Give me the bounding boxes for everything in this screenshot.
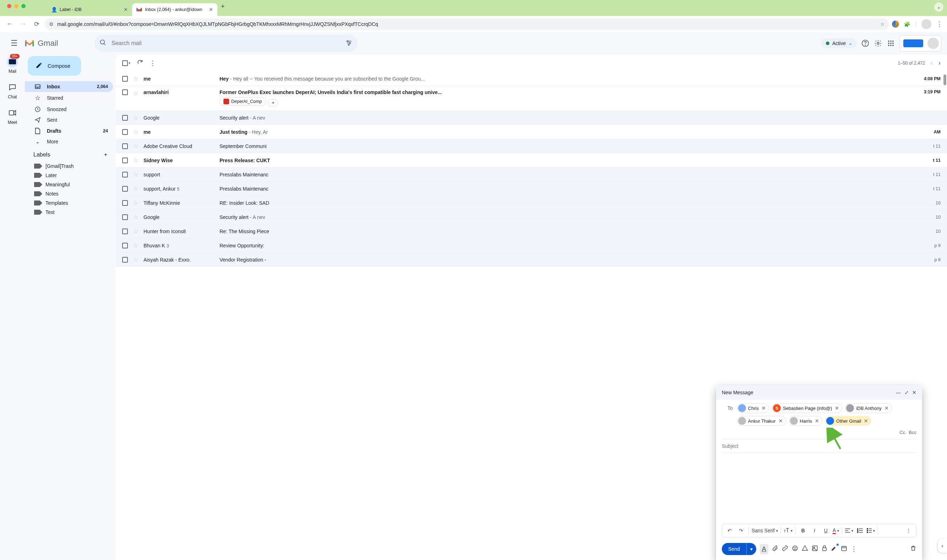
row-checkbox[interactable]	[122, 229, 128, 234]
tab-overflow-button[interactable]: ⌄	[934, 3, 944, 12]
label-item[interactable]: Meaningful	[25, 180, 113, 189]
star-icon[interactable]: ☆	[133, 128, 139, 136]
star-icon[interactable]: ☆	[133, 185, 139, 193]
bold-button[interactable]: B	[799, 526, 808, 535]
browser-tab-1[interactable]: Inbox (2,064) - ankur@idown ✕	[132, 3, 217, 16]
confidential-mode-button[interactable]	[822, 545, 827, 553]
recipient-chip[interactable]: Chris✕	[737, 403, 769, 413]
browser-menu-button[interactable]: ⋮	[936, 20, 943, 28]
window-controls[interactable]	[3, 4, 29, 12]
star-icon[interactable]: ☆	[133, 213, 139, 221]
label-item[interactable]: Test	[25, 208, 113, 217]
close-tab-icon[interactable]: ✕	[123, 7, 128, 12]
nav-item-snoozed[interactable]: Snoozed	[25, 104, 113, 115]
undo-button[interactable]: ↶	[725, 526, 734, 535]
text-color-button[interactable]: A ▾	[833, 527, 839, 534]
remove-recipient-icon[interactable]: ✕	[834, 405, 840, 411]
search-box[interactable]	[94, 35, 357, 52]
compose-header[interactable]: New Message — ⤢ ✕	[716, 385, 922, 400]
site-info-icon[interactable]: ⚙	[49, 21, 54, 27]
gmail-logo[interactable]: Gmail	[24, 39, 92, 48]
label-item[interactable]: Notes	[25, 189, 113, 198]
side-panel-toggle[interactable]: ‹	[938, 539, 947, 553]
account-switcher[interactable]	[899, 35, 941, 51]
font-size-select[interactable]: тT ▾	[784, 527, 793, 534]
insert-link-button[interactable]	[782, 545, 788, 553]
numbered-list-button[interactable]: 123	[855, 526, 865, 535]
row-checkbox[interactable]	[122, 115, 128, 121]
select-dropdown[interactable]: ▾	[129, 61, 130, 65]
row-checkbox[interactable]	[122, 214, 128, 220]
nav-item-sent[interactable]: Sent	[25, 115, 113, 125]
star-icon[interactable]: ☆	[133, 89, 139, 97]
search-options-icon[interactable]	[345, 39, 352, 48]
remove-recipient-icon[interactable]: ✕	[884, 405, 890, 411]
user-avatar[interactable]	[927, 38, 939, 49]
refresh-button[interactable]	[137, 59, 143, 67]
email-row[interactable]: ☆ Google Security alert - A nev	[116, 111, 947, 125]
reload-button[interactable]: ⟳	[31, 20, 42, 28]
recipient-chip[interactable]: iDB Anthony✕	[845, 403, 892, 413]
scrollbar-thumb[interactable]	[944, 74, 946, 85]
email-row[interactable]: ☆ Aisyah Razak - Exxo. Vendor Registrati…	[116, 253, 947, 267]
row-checkbox[interactable]	[122, 172, 128, 177]
select-all-checkbox[interactable]	[122, 60, 128, 66]
row-checkbox[interactable]	[122, 186, 128, 192]
label-item[interactable]: Templates	[25, 198, 113, 208]
add-label-button[interactable]: +	[104, 152, 107, 158]
emoji-button[interactable]	[792, 545, 798, 553]
redo-button[interactable]: ↷	[736, 526, 746, 535]
email-row[interactable]: ☆ Hunter from Icons8 Re: The Missing Pie…	[116, 224, 947, 238]
email-row[interactable]: ☆ arnavlahiri Former OnePlus Exec launch…	[116, 86, 947, 111]
subject-input[interactable]	[722, 443, 916, 449]
discard-draft-button[interactable]	[910, 545, 916, 553]
email-row[interactable]: ☆ Adobe Creative Cloud September Communi…	[116, 139, 947, 153]
prev-page-button[interactable]: ‹	[931, 59, 933, 67]
main-menu-button[interactable]: ☰	[7, 39, 21, 48]
drive-button[interactable]	[802, 545, 808, 553]
cc-link[interactable]: Cc	[899, 430, 905, 435]
email-row[interactable]: ☆ Sidney Wise Press Release: CUKT t 11	[116, 153, 947, 168]
fullscreen-icon[interactable]: ⤢	[904, 390, 908, 395]
italic-button[interactable]: I	[810, 526, 819, 535]
address-bar[interactable]: ⚙ mail.google.com/mail/u/0/#inbox?compos…	[45, 18, 889, 30]
rail-item-chat[interactable]: Chat	[7, 82, 18, 99]
star-icon[interactable]: ☆	[133, 256, 139, 264]
compose-body[interactable]	[716, 453, 922, 524]
star-icon[interactable]: ☆	[133, 75, 139, 83]
new-tab-button[interactable]: +	[217, 3, 228, 13]
nav-item-starred[interactable]: ☆ Starred	[25, 92, 113, 104]
email-row[interactable]: ☆ Bhuvan K3 Review Opportunity: p 9	[116, 238, 947, 253]
star-icon[interactable]: ☆	[133, 157, 139, 164]
star-icon[interactable]: ☆	[880, 21, 885, 27]
close-window-button[interactable]	[7, 4, 11, 8]
search-input[interactable]	[111, 40, 340, 46]
send-button[interactable]: Send ▾	[722, 543, 756, 555]
star-icon[interactable]: ☆	[133, 142, 139, 150]
status-chip[interactable]: Active ⌄	[821, 38, 857, 48]
support-button[interactable]	[861, 39, 870, 48]
fullscreen-window-button[interactable]	[21, 4, 26, 8]
nav-item-more[interactable]: ⌄ More	[25, 137, 113, 146]
rail-item-meet[interactable]: Meet	[7, 107, 18, 125]
schedule-button[interactable]	[841, 545, 847, 553]
attachment-chip[interactable]: DeperAI_Comp	[219, 97, 266, 106]
email-row[interactable]: ☆ support Presslabs Maintenanc t 11	[116, 168, 947, 182]
text-formatting-toggle[interactable]: A	[760, 544, 768, 554]
remove-recipient-icon[interactable]: ✕	[863, 418, 869, 424]
recipient-chip[interactable]: Harris✕	[789, 416, 823, 426]
bullet-list-button[interactable]: ▾	[867, 528, 875, 533]
minimize-window-button[interactable]	[14, 4, 19, 8]
email-row[interactable]: ☆ Google Security alert - A nev 10	[116, 210, 947, 224]
email-row[interactable]: ☆ me Hey - Hey all -- You received this …	[116, 72, 947, 86]
star-icon[interactable]: ☆	[133, 228, 139, 235]
close-tab-icon[interactable]: ✕	[209, 7, 213, 12]
compose-button[interactable]: Compose	[28, 56, 81, 75]
more-actions-button[interactable]: ⋮	[150, 59, 156, 67]
browser-tab-0[interactable]: 👤 Label - iDB ✕	[47, 3, 132, 16]
row-checkbox[interactable]	[122, 129, 128, 135]
minimize-icon[interactable]: —	[896, 390, 901, 395]
star-icon[interactable]: ☆	[133, 171, 139, 178]
nav-item-drafts[interactable]: Drafts 24	[25, 125, 113, 137]
recipient-chip[interactable]: SSebastien Page (info@)✕	[772, 403, 842, 413]
